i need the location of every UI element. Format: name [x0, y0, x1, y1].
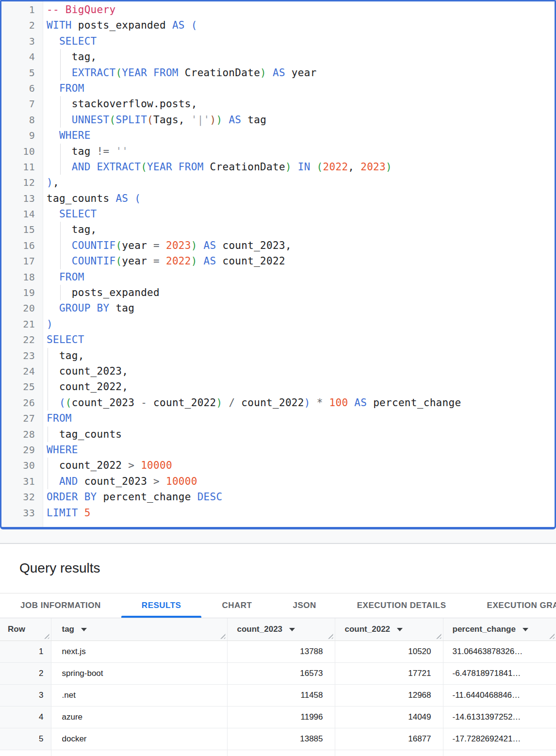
code-text[interactable]: AND EXTRACT(YEAR FROM CreationDate) IN (… [43, 159, 555, 175]
code-line[interactable]: 10 tag != '' [1, 144, 555, 159]
code-line[interactable]: 32ORDER BY percent_change DESC [1, 489, 555, 505]
code-text[interactable]: COUNTIF(year = 2023) AS count_2023, [43, 238, 555, 253]
column-header-percent_change[interactable]: percent_change [443, 618, 556, 641]
code-text[interactable]: FROM [43, 411, 555, 426]
code-line[interactable]: 18 FROM [1, 269, 555, 285]
code-line[interactable]: 31 AND count_2023 > 10000 [1, 474, 555, 489]
code-text[interactable]: SELECT [43, 206, 555, 222]
code-line[interactable]: 17 COUNTIF(year = 2022) AS count_2022 [1, 253, 555, 269]
code-line[interactable]: 33LIMIT 5 [1, 505, 555, 521]
code-line[interactable]: 26 ((count_2023 - count_2022) / count_20… [1, 395, 555, 411]
code-text[interactable]: WHERE [43, 128, 555, 143]
code-line[interactable]: 7 stackoverflow.posts, [1, 96, 555, 112]
code-line[interactable]: 3 SELECT [1, 33, 555, 49]
code-token: -- BigQuery [47, 4, 115, 16]
tab-job-information[interactable]: JOB INFORMATION [0, 593, 121, 618]
code-line[interactable]: 27FROM [1, 411, 555, 426]
code-line[interactable]: 28 tag_counts [1, 427, 555, 442]
code-text[interactable]: EXTRACT(YEAR FROM CreationDate) AS year [43, 65, 555, 81]
code-line[interactable]: 12), [1, 175, 555, 190]
code-text[interactable]: AND count_2023 > 10000 [43, 474, 555, 489]
code-line[interactable]: 24 count_2023, [1, 363, 555, 379]
column-resize-handle[interactable] [219, 632, 226, 639]
code-text[interactable]: tag, [43, 348, 555, 363]
column-resize-handle[interactable] [327, 632, 333, 639]
table-row: 2spring-boot1657317721-6.47818971841… [0, 662, 556, 684]
code-text[interactable]: WHERE [43, 442, 555, 458]
code-text[interactable]: posts_expanded [43, 285, 555, 300]
code-text[interactable]: ) [43, 316, 555, 332]
code-text[interactable]: tag != '' [43, 144, 555, 159]
sql-editor[interactable]: 1-- BigQuery2WITH posts_expanded AS (3 S… [0, 0, 556, 529]
code-text[interactable]: GROUP BY tag [43, 300, 555, 316]
code-text[interactable]: ORDER BY percent_change DESC [43, 489, 555, 505]
tab-chart[interactable]: CHART [201, 593, 272, 618]
code-line[interactable]: 29WHERE [1, 442, 555, 458]
code-line[interactable]: 13tag_counts AS ( [1, 191, 555, 206]
column-header-tag[interactable]: tag [51, 618, 227, 641]
column-dropdown-arrow-icon[interactable] [523, 628, 528, 631]
code-text[interactable]: ), [43, 175, 555, 190]
code-text[interactable]: tag_counts AS ( [43, 191, 555, 206]
code-text[interactable]: ((count_2023 - count_2022) / count_2022)… [43, 395, 555, 411]
code-line[interactable]: 6 FROM [1, 81, 555, 96]
code-token: UNNEST [47, 114, 109, 126]
code-text[interactable]: tag, [43, 222, 555, 237]
code-line[interactable]: 30 count_2022 > 10000 [1, 458, 555, 473]
line-number: 21 [1, 316, 43, 332]
code-line[interactable]: 4 tag, [1, 49, 555, 65]
column-resize-handle[interactable] [435, 632, 442, 639]
code-line[interactable]: 9 WHERE [1, 128, 555, 143]
code-token: AS [354, 397, 373, 409]
code-text[interactable]: LIMIT 5 [43, 505, 555, 521]
code-text[interactable]: COUNTIF(year = 2022) AS count_2022 [43, 253, 555, 269]
code-text[interactable]: count_2023, [43, 363, 555, 379]
tab-execution-graph[interactable]: EXECUTION GRAPH [467, 593, 556, 618]
column-header-count_2023[interactable]: count_2023 [227, 618, 335, 641]
code-line[interactable]: 21) [1, 316, 555, 332]
code-text[interactable]: count_2022 > 10000 [43, 458, 555, 473]
tab-execution-details[interactable]: EXECUTION DETAILS [337, 593, 467, 618]
code-line[interactable]: 16 COUNTIF(year = 2023) AS count_2023, [1, 238, 555, 253]
column-resize-handle[interactable] [43, 632, 49, 639]
code-line[interactable]: 15 tag, [1, 222, 555, 237]
code-text[interactable]: count_2022, [43, 379, 555, 394]
code-text[interactable]: FROM [43, 269, 555, 285]
code-text[interactable]: tag_counts [43, 427, 555, 442]
code-line[interactable]: 2WITH posts_expanded AS ( [1, 17, 555, 33]
tab-results[interactable]: RESULTS [121, 593, 202, 618]
code-line[interactable]: 8 UNNEST(SPLIT(Tags, '|')) AS tag [1, 112, 555, 128]
indent-guide [48, 474, 48, 489]
code-line[interactable]: 19 posts_expanded [1, 285, 555, 300]
code-line[interactable]: 14 SELECT [1, 206, 555, 222]
column-header-row[interactable]: Row [0, 618, 51, 641]
column-dropdown-arrow-icon[interactable] [81, 628, 87, 631]
indent-guide [60, 159, 61, 175]
code-line[interactable]: 23 tag, [1, 348, 555, 363]
code-token: ) [210, 114, 216, 126]
cell-percent_change: -6.47818971841… [443, 662, 556, 684]
code-text[interactable]: tag, [43, 49, 555, 65]
column-header-count_2022[interactable]: count_2022 [335, 618, 443, 641]
code-text[interactable]: stackoverflow.posts, [43, 96, 555, 112]
code-text[interactable]: WITH posts_expanded AS ( [43, 17, 555, 33]
code-lines[interactable]: 1-- BigQuery2WITH posts_expanded AS (3 S… [1, 1, 555, 521]
code-text[interactable]: SELECT [43, 33, 555, 49]
column-resize-handle[interactable] [548, 632, 555, 639]
code-line[interactable]: 25 count_2022, [1, 379, 555, 394]
column-dropdown-arrow-icon[interactable] [289, 628, 295, 631]
tab-json[interactable]: JSON [272, 593, 336, 618]
code-text[interactable]: UNNEST(SPLIT(Tags, '|')) AS tag [43, 112, 555, 128]
column-header-label: count_2023 [237, 625, 283, 634]
code-text[interactable]: -- BigQuery [43, 2, 555, 17]
code-line[interactable]: 1-- BigQuery [1, 2, 555, 17]
code-text[interactable]: FROM [43, 81, 555, 96]
table-row: 1next.js137881052031.06463878326… [0, 641, 556, 662]
code-line[interactable]: 11 AND EXTRACT(YEAR FROM CreationDate) I… [1, 159, 555, 175]
code-line[interactable]: 20 GROUP BY tag [1, 300, 555, 316]
code-line[interactable]: 5 EXTRACT(YEAR FROM CreationDate) AS yea… [1, 65, 555, 81]
code-text[interactable]: SELECT [43, 332, 555, 347]
code-token: CreationDate [210, 161, 285, 173]
code-line[interactable]: 22SELECT [1, 332, 555, 347]
column-dropdown-arrow-icon[interactable] [397, 628, 403, 631]
